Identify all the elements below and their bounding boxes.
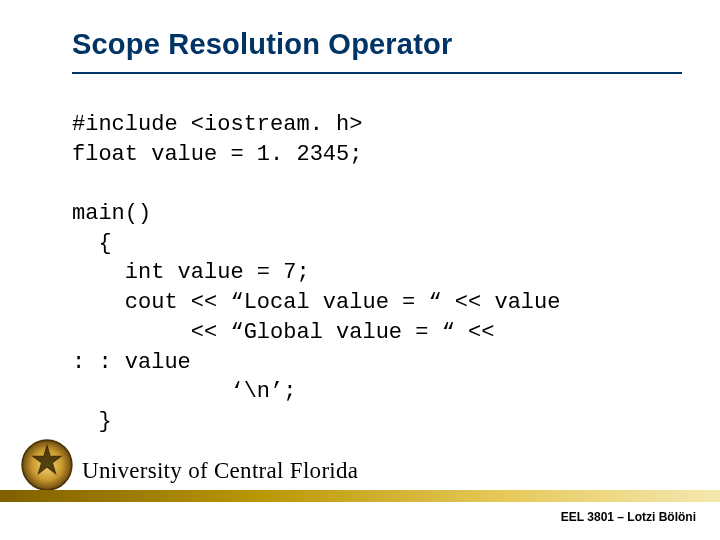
slide-title: Scope Resolution Operator	[72, 28, 680, 61]
course-credit: EEL 3801 – Lotzi Bölöni	[561, 510, 696, 524]
ucf-logo-icon	[20, 438, 74, 492]
code-block: #include <iostream. h> float value = 1. …	[72, 110, 680, 437]
slide: Scope Resolution Operator #include <iost…	[0, 0, 720, 540]
footer-gold-bar	[0, 490, 720, 502]
university-wordmark: University of Central Florida	[82, 458, 358, 484]
title-underline	[72, 72, 682, 74]
